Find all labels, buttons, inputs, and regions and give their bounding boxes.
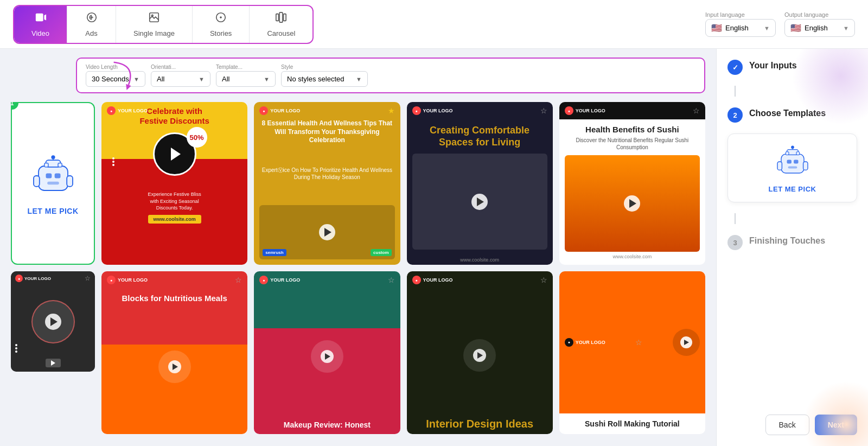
tab-single-image-label: Single Image <box>133 29 175 37</box>
orientation-filter: Orientati... All ▼ <box>151 64 210 87</box>
style-chevron: ▼ <box>356 76 362 82</box>
output-language-select[interactable]: 🇺🇸 English ▼ <box>784 19 855 37</box>
wellness-title: 8 Essential Health And Wellness Tips Tha… <box>259 119 394 145</box>
makeup-logo: YOUR LOGO <box>270 277 300 283</box>
right-sidebar: ✓ Your Inputs 2 Choose Templates <box>716 49 868 446</box>
sidebar-deco-bottom <box>803 381 868 446</box>
template-card-sushi-roll[interactable]: ● YOUR LOGO ☆ Sushi Roll Making <box>559 271 705 434</box>
filter-bar: Video Length 30 Seconds ▼ Orientati... A… <box>76 58 705 93</box>
single-image-icon <box>148 11 160 26</box>
svg-marker-1 <box>44 14 46 20</box>
svg-rect-27 <box>803 162 807 170</box>
tab-video-label: Video <box>31 29 49 37</box>
tab-stories-label: Stories <box>210 29 232 37</box>
template-filter: Template... All ▼ <box>216 64 276 87</box>
festive-logo: YOUR LOGO <box>118 108 148 113</box>
festive-desc: Experience Festive Blisswith Exciting Se… <box>148 191 201 212</box>
output-language-label: Output language <box>784 11 855 18</box>
sushi-health-desc: Discover the Nutritional Benefits Regula… <box>565 137 700 151</box>
tab-video[interactable]: Video <box>14 6 67 43</box>
svg-rect-7 <box>280 12 283 22</box>
svg-rect-22 <box>781 154 804 173</box>
template-grid: ● YOUR LOGO ★ Celebrate withFestive Disc… <box>101 102 705 434</box>
video-length-chevron: ▼ <box>133 76 139 82</box>
interior-title: Creating Comfortable Spaces for Living <box>412 125 547 148</box>
sushi-roll-logo: YOUR LOGO <box>576 340 605 345</box>
svg-rect-15 <box>34 176 40 187</box>
step-3-number: 3 <box>733 239 737 247</box>
next-button[interactable]: Next <box>815 415 857 435</box>
template-card-interior2[interactable]: ● YOUR LOGO ☆ <box>407 271 553 434</box>
template-card-sushi-health[interactable]: ● YOUR LOGO ☆ Health Benefits of Sushi D… <box>559 102 705 265</box>
svg-point-6 <box>220 17 221 18</box>
let-me-pick-card[interactable]: 1 LET ME PICK <box>11 102 95 265</box>
tab-stories[interactable]: Stories <box>193 6 250 43</box>
back-button[interactable]: Back <box>765 415 809 435</box>
small-preview-card[interactable]: ● YOUR LOGO ☆ <box>11 271 95 372</box>
number-badge: 1 <box>11 102 18 110</box>
robot-card[interactable]: LET ME PICK <box>727 133 857 202</box>
connector-1 <box>735 86 736 97</box>
makeup-star: ☆ <box>388 276 395 284</box>
step-2-title: Choose Templates <box>749 107 826 118</box>
interior-star: ☆ <box>540 106 547 115</box>
step-1: ✓ Your Inputs <box>727 60 857 75</box>
semrush-badge: semrush <box>263 249 286 256</box>
step-3-title: Finishing Touches <box>749 235 825 246</box>
step-1-check: ✓ <box>732 63 738 72</box>
svg-point-29 <box>791 146 794 149</box>
template-card-nutritious[interactable]: ● YOUR LOGO ☆ Blocks for Nutritious Meal… <box>101 271 247 434</box>
step-3-badge: 3 <box>727 235 743 250</box>
svg-rect-24 <box>794 160 798 164</box>
input-language-select[interactable]: 🇺🇸 English ▼ <box>705 19 776 37</box>
center-area: Video Length 30 Seconds ▼ Orientati... A… <box>0 49 716 446</box>
template-value: All <box>222 75 229 83</box>
makeup-title: Makeup Review: Honest <box>284 420 371 430</box>
wellness-logo: YOUR LOGO <box>270 108 300 113</box>
style-filter: Style No styles selected ▼ <box>281 64 368 87</box>
input-language-chevron: ▼ <box>764 25 770 31</box>
template-card-makeup[interactable]: ● YOUR LOGO ☆ <box>254 271 400 434</box>
tab-single-image[interactable]: Single Image <box>116 6 193 43</box>
ads-icon <box>86 11 98 26</box>
input-language-label: Input language <box>705 11 776 18</box>
top-bar: Video Ads Single Image Stories Carousel <box>0 0 868 49</box>
nutritious-title: Blocks for Nutritious Meals <box>122 293 227 304</box>
svg-rect-0 <box>35 13 43 21</box>
svg-rect-11 <box>39 166 68 190</box>
template-card-wellness[interactable]: ● YOUR LOGO ★ 8 Essential Health And Wel… <box>254 102 400 265</box>
step-2-badge: 2 <box>727 107 743 123</box>
wellness-subtitle: ExpertⓋice On How To Prioritize Health A… <box>259 167 394 181</box>
style-select[interactable]: No styles selected ▼ <box>281 71 368 87</box>
svg-point-4 <box>151 15 153 16</box>
output-language-chevron: ▼ <box>843 25 849 31</box>
sushi-roll-title: Sushi Roll Making Tutorial <box>565 419 700 429</box>
tab-ads[interactable]: Ads <box>67 6 116 43</box>
step-2: 2 Choose Templates <box>727 107 857 123</box>
template-select[interactable]: All ▼ <box>216 71 276 87</box>
let-me-pick-label: LET ME PICK <box>27 207 78 215</box>
tab-carousel[interactable]: Carousel <box>250 6 312 43</box>
interior-logo: YOUR LOGO <box>423 108 453 113</box>
output-language-wrap: Output language 🇺🇸 English ▼ <box>784 11 855 37</box>
template-card-festive[interactable]: ● YOUR LOGO ★ Celebrate withFestive Disc… <box>101 102 247 265</box>
video-length-value: 30 Seconds <box>92 75 129 83</box>
robot-icon-sidebar <box>774 143 812 181</box>
svg-rect-9 <box>284 14 286 21</box>
video-length-select[interactable]: 30 Seconds ▼ <box>86 71 145 87</box>
template-card-interior[interactable]: ● YOUR LOGO ☆ Creating Comfortable Space… <box>407 102 553 265</box>
video-icon <box>35 11 47 26</box>
svg-rect-13 <box>54 174 60 179</box>
orientation-select[interactable]: All ▼ <box>151 71 210 87</box>
step-1-badge: ✓ <box>727 60 743 75</box>
wellness-star: ★ <box>388 106 395 115</box>
svg-rect-20 <box>44 163 48 167</box>
template-chevron: ▼ <box>264 76 270 82</box>
template-scroll: ● YOUR LOGO ★ Celebrate withFestive Disc… <box>101 102 705 437</box>
step-3: 3 Finishing Touches <box>727 235 857 250</box>
custom-badge: custom <box>371 249 391 256</box>
tab-ads-label: Ads <box>85 29 97 37</box>
nutritious-logo: YOUR LOGO <box>118 277 148 283</box>
output-language-value: English <box>805 24 828 32</box>
svg-rect-16 <box>67 176 73 187</box>
